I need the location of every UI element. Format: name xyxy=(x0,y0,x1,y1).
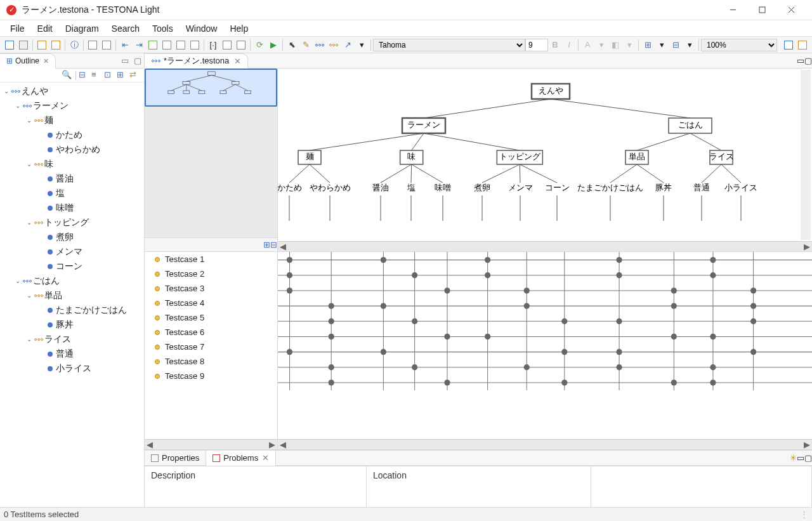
tree-row[interactable]: ⌄トッピング xyxy=(0,215,144,230)
tool-h[interactable] xyxy=(160,39,173,51)
tree-row[interactable]: ⌄えんや xyxy=(0,84,144,98)
dd1[interactable]: ▾ xyxy=(595,39,608,51)
diagram-thumbnail[interactable] xyxy=(145,69,277,107)
tree-row[interactable]: ⌄ラーメン xyxy=(0,98,144,113)
testcase-row[interactable]: Testcase 4 xyxy=(145,296,277,310)
close-icon[interactable]: ✕ xyxy=(234,56,241,66)
menu-edit[interactable]: Edit xyxy=(31,22,59,36)
dd4[interactable]: ▾ xyxy=(683,39,696,51)
zoom-select[interactable]: 100% xyxy=(701,39,777,51)
menu-window[interactable]: Window xyxy=(180,22,224,36)
testcase-row[interactable]: Testcase 9 xyxy=(145,369,277,383)
testcase-row[interactable]: Testcase 5 xyxy=(145,310,277,325)
maximize-editor-icon[interactable]: ▢ xyxy=(804,56,812,65)
tree-row[interactable]: コーン xyxy=(0,259,144,274)
run-button[interactable]: ▶ xyxy=(267,39,280,51)
editor-tab[interactable]: *ラーメン.testona ✕ xyxy=(145,53,248,69)
menu-file[interactable]: File xyxy=(4,22,31,36)
close-icon[interactable]: ✕ xyxy=(43,57,49,65)
properties-tab[interactable]: Properties xyxy=(145,451,206,466)
chevron-down-icon[interactable]: ⌄ xyxy=(14,277,22,284)
tree-diagram[interactable]: えんやラーメンごはん麺味トッピング単品ライスかためやわらかめ醤油塩味噌煮卵メンマ… xyxy=(278,69,812,251)
chevron-down-icon[interactable]: ⌄ xyxy=(25,161,33,168)
tree-row[interactable]: かため xyxy=(0,128,144,142)
dropdown-tool[interactable]: ▾ xyxy=(355,39,368,51)
tree-row[interactable]: ⌄味 xyxy=(0,157,144,171)
horizontal-scrollbar[interactable]: ◀▶ xyxy=(278,241,812,251)
testcase-row[interactable]: Testcase 3 xyxy=(145,281,277,296)
dd3[interactable]: ▾ xyxy=(655,39,668,51)
testcase-row[interactable]: Testcase 2 xyxy=(145,267,277,281)
tree-row[interactable]: ⌄ライス xyxy=(0,332,144,346)
tool-a[interactable] xyxy=(36,39,48,51)
problems-tab[interactable]: Problems✕ xyxy=(206,451,276,466)
close-button[interactable] xyxy=(776,0,806,20)
layout-tool-2[interactable]: ⊟ xyxy=(669,39,682,51)
test-matrix[interactable]: ◀▶ xyxy=(278,252,812,449)
layout-tool-1[interactable]: ⊞ xyxy=(641,39,654,51)
tree-row[interactable]: 普通 xyxy=(0,346,144,361)
node-tool[interactable] xyxy=(313,39,326,51)
tree-view-icon[interactable]: ⊟ xyxy=(79,70,90,81)
dd2[interactable]: ▾ xyxy=(623,39,636,51)
menu-search[interactable]: Search xyxy=(105,22,146,36)
maximize-props-icon[interactable]: ▢ xyxy=(804,453,812,463)
perspective-button-1[interactable] xyxy=(782,39,795,51)
italic-button[interactable]: I xyxy=(563,39,575,51)
tree-row[interactable]: ⌄ごはん xyxy=(0,274,144,288)
tree-row[interactable]: 醤油 xyxy=(0,171,144,186)
fill-color-button[interactable]: ◧ xyxy=(609,39,622,51)
bold-button[interactable]: B xyxy=(549,39,561,51)
close-icon[interactable]: ✕ xyxy=(262,453,269,463)
tree-row[interactable]: メンマ xyxy=(0,244,144,259)
maximize-button[interactable] xyxy=(747,0,776,20)
tool-l[interactable] xyxy=(235,39,247,51)
testcase-row[interactable]: Testcase 6 xyxy=(145,325,277,340)
chevron-down-icon[interactable]: ⌄ xyxy=(3,88,10,95)
chevron-down-icon[interactable]: ⌄ xyxy=(25,336,33,343)
refresh-button[interactable]: ⟳ xyxy=(253,39,266,51)
outline-tab[interactable]: ⊞ Outline ✕ xyxy=(0,53,56,69)
add-page-icon[interactable]: ⊞ xyxy=(263,240,270,249)
tool-j[interactable] xyxy=(188,39,201,51)
minimize-panel-icon[interactable]: ▭ xyxy=(120,56,130,66)
pointer-tool[interactable]: ⬉ xyxy=(285,39,298,51)
minimize-button[interactable] xyxy=(718,0,747,20)
tree-row[interactable]: 塩 xyxy=(0,186,144,201)
sort-icon[interactable]: ≡ xyxy=(91,70,103,81)
tool-k[interactable] xyxy=(221,39,233,51)
tool-i[interactable] xyxy=(174,39,187,51)
tree-row[interactable]: ⌄麺 xyxy=(0,113,144,128)
tree-row[interactable]: 煮卵 xyxy=(0,230,144,244)
tree-row[interactable]: やわらかめ xyxy=(0,142,144,157)
chevron-down-icon[interactable]: ⌄ xyxy=(25,219,33,226)
chevron-down-icon[interactable]: ⌄ xyxy=(25,292,33,299)
perspective-button-2[interactable] xyxy=(796,39,809,51)
menu-diagram[interactable]: Diagram xyxy=(59,22,105,36)
search-icon[interactable]: 🔍 xyxy=(62,70,73,81)
tree-row[interactable]: 豚丼 xyxy=(0,317,144,332)
testcase-row[interactable]: Testcase 8 xyxy=(145,354,277,369)
vertical-scrollbar[interactable] xyxy=(801,70,811,240)
print-button[interactable] xyxy=(17,39,30,51)
bracket-left[interactable]: [·] xyxy=(207,39,219,51)
tool-d[interactable] xyxy=(100,39,113,51)
minimize-editor-icon[interactable]: ▭ xyxy=(797,56,804,65)
brush-tool[interactable]: ✎ xyxy=(299,39,312,51)
testlist-h-scrollbar[interactable]: ◀▶ xyxy=(145,439,277,449)
filter-icon[interactable]: ⊡ xyxy=(104,70,115,81)
outline-tree[interactable]: ⌄えんや⌄ラーメン⌄麺かためやわらかめ⌄味醤油塩味噌⌄トッピング煮卵メンマコーン… xyxy=(0,82,144,507)
menu-help[interactable]: Help xyxy=(223,22,254,36)
new-button[interactable] xyxy=(3,39,16,51)
matrix-h-scrollbar[interactable]: ◀▶ xyxy=(278,439,812,449)
tool-b[interactable] xyxy=(49,39,62,51)
font-size-input[interactable] xyxy=(525,39,548,51)
remove-page-icon[interactable]: ⊟ xyxy=(270,240,277,249)
tree-row[interactable]: ⌄単品 xyxy=(0,288,144,303)
tool-e[interactable]: ⇤ xyxy=(119,39,131,51)
expand-icon[interactable]: ⊞ xyxy=(117,70,128,81)
class-tool[interactable] xyxy=(327,39,340,51)
tool-f[interactable]: ⇥ xyxy=(133,39,145,51)
chevron-down-icon[interactable]: ⌄ xyxy=(25,117,33,124)
link-icon[interactable]: ⇄ xyxy=(129,70,141,81)
